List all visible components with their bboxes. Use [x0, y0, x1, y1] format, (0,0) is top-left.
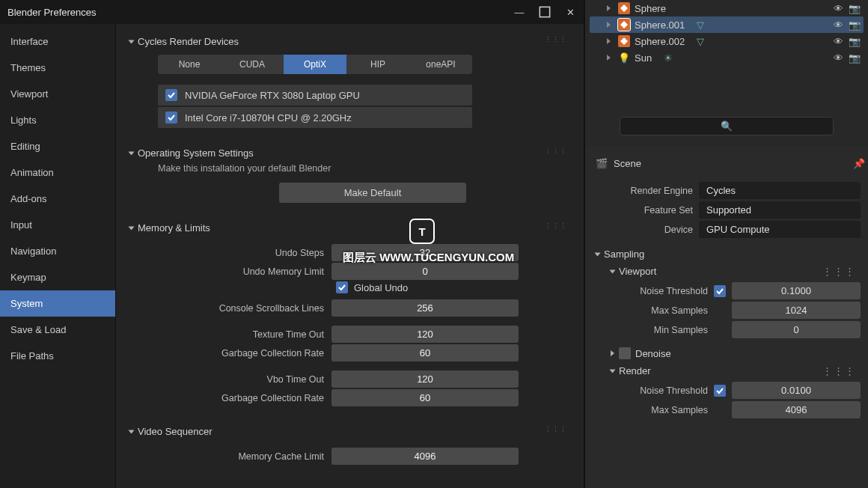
sidebar-tab-addons[interactable]: Add-ons: [0, 186, 115, 212]
chevron-down-icon: [129, 151, 135, 155]
drag-icon[interactable]: ⋮⋮⋮: [545, 36, 567, 43]
checkbox-icon[interactable]: [336, 281, 348, 293]
prefs-sidebar: Interface Themes Viewport Lights Editing…: [0, 24, 116, 488]
mesh-data-icon[interactable]: ▽: [697, 36, 704, 47]
make-default-button[interactable]: Make Default: [279, 183, 466, 203]
minimize-icon[interactable]: —: [513, 6, 525, 18]
undo-mem-label: Undo Memory Limit: [152, 266, 324, 277]
viewport-header[interactable]: Viewport ⋮⋮⋮: [611, 263, 865, 280]
render-engine-select[interactable]: Cycles: [699, 182, 861, 199]
sidebar-tab-editing[interactable]: Editing: [0, 133, 115, 159]
sampling-header[interactable]: Sampling: [596, 245, 865, 263]
tab-optix[interactable]: OptiX: [284, 55, 346, 74]
vp-min-label: Min Samples: [611, 325, 708, 335]
sidebar-tab-keymap[interactable]: Keymap: [0, 264, 115, 290]
expand-icon[interactable]: [603, 19, 614, 30]
section-title: Operating System Settings: [138, 147, 254, 159]
undo-steps-label: Undo Steps: [152, 248, 324, 258]
drag-icon[interactable]: ⋮⋮⋮: [545, 426, 567, 433]
render-header[interactable]: Render ⋮⋮⋮: [611, 362, 865, 379]
sidebar-tab-system[interactable]: System: [0, 290, 115, 317]
search-input[interactable]: 🔍: [620, 117, 834, 135]
close-icon[interactable]: ✕: [564, 6, 576, 18]
render-engine-label: Render Engine: [596, 186, 693, 196]
render-icon[interactable]: 📷: [849, 35, 861, 47]
global-undo-row[interactable]: Global Undo: [336, 281, 570, 293]
device-label: NVIDIA GeForce RTX 3080 Laptop GPU: [185, 90, 360, 101]
chevron-down-icon: [129, 226, 135, 230]
tab-none[interactable]: None: [158, 55, 221, 74]
device-select[interactable]: GPU Compute: [699, 221, 861, 238]
render-icon[interactable]: 📷: [849, 52, 861, 64]
feature-set-select[interactable]: Supported: [699, 201, 861, 219]
sidebar-tab-animation[interactable]: Animation: [0, 159, 115, 186]
undo-mem-field[interactable]: 0: [331, 263, 519, 280]
sidebar-tab-filepaths[interactable]: File Paths: [0, 343, 115, 369]
render-icon[interactable]: 📷: [849, 19, 861, 31]
sidebar-tab-themes[interactable]: Themes: [0, 55, 115, 81]
sidebar-tab-lights[interactable]: Lights: [0, 107, 115, 133]
checkbox-icon[interactable]: [165, 89, 177, 101]
undo-steps-field[interactable]: 32: [331, 244, 519, 261]
sidebar-tab-saveload[interactable]: Save & Load: [0, 317, 115, 343]
outliner-row-sphere002[interactable]: Sphere.002 ▽ 👁 📷: [590, 33, 864, 49]
section-memory: Memory & Limits ⋮⋮⋮ Undo Steps32 Undo Me…: [129, 219, 570, 406]
outliner-row-sun[interactable]: 💡 Sun ☀ 👁 📷: [590, 49, 864, 66]
section-video: Video Sequencer ⋮⋮⋮ Memory Cache Limit40…: [129, 423, 570, 465]
pin-icon[interactable]: 📌: [853, 158, 865, 169]
vbo-field[interactable]: 120: [331, 370, 519, 388]
section-header-video[interactable]: Video Sequencer ⋮⋮⋮: [129, 423, 570, 440]
section-os: Operating System Settings ⋮⋮⋮ Make this …: [129, 144, 570, 203]
expand-icon[interactable]: [603, 3, 614, 13]
tex-timeout-field[interactable]: 120: [331, 326, 519, 343]
denoise-header[interactable]: Denoise: [611, 344, 865, 362]
rd-noise-checkbox[interactable]: [714, 385, 726, 397]
visibility-icon[interactable]: 👁: [832, 19, 844, 31]
drag-icon[interactable]: ⋮⋮⋮: [545, 222, 567, 230]
denoise-checkbox[interactable]: [619, 347, 631, 359]
tab-cuda[interactable]: CUDA: [221, 55, 284, 74]
section-header-cycles[interactable]: Cycles Render Devices ⋮⋮⋮: [129, 33, 570, 50]
tab-oneapi[interactable]: oneAPI: [409, 55, 472, 74]
render-icon[interactable]: 📷: [849, 2, 861, 14]
outliner-row-sphere[interactable]: Sphere 👁 📷: [590, 0, 864, 16]
memcache-field[interactable]: 4096: [331, 448, 519, 465]
sidebar-tab-interface[interactable]: Interface: [0, 28, 115, 55]
expand-icon[interactable]: [603, 52, 614, 63]
rd-max-label: Max Samples: [611, 405, 708, 415]
checkbox-icon[interactable]: [165, 112, 177, 123]
object-name: Sun: [635, 52, 652, 64]
section-header-os[interactable]: Operating System Settings ⋮⋮⋮: [129, 144, 570, 162]
gc2-field[interactable]: 60: [331, 389, 519, 406]
sidebar-tab-navigation[interactable]: Navigation: [0, 238, 115, 264]
visibility-icon[interactable]: 👁: [832, 52, 844, 64]
light-data-icon[interactable]: ☀: [664, 52, 673, 64]
preferences-window: Blender Preferences — ✕ Interface Themes…: [0, 0, 584, 488]
visibility-icon[interactable]: 👁: [832, 2, 844, 14]
drag-icon[interactable]: ⋮⋮⋮: [545, 147, 567, 155]
rd-noise-field[interactable]: 0.0100: [732, 382, 861, 399]
vp-noise-field[interactable]: 0.1000: [732, 282, 861, 299]
gc1-field[interactable]: 60: [331, 344, 519, 362]
light-icon: 💡: [618, 52, 630, 64]
section-header-memory[interactable]: Memory & Limits ⋮⋮⋮: [129, 219, 570, 237]
vp-min-field[interactable]: 0: [732, 321, 861, 338]
search-icon: 🔍: [721, 121, 733, 132]
mesh-data-icon[interactable]: ▽: [697, 19, 704, 31]
vp-noise-checkbox[interactable]: [714, 285, 726, 297]
visibility-icon[interactable]: 👁: [832, 35, 844, 47]
sidebar-tab-viewport[interactable]: Viewport: [0, 81, 115, 107]
menu-icon[interactable]: ⋮⋮⋮: [822, 365, 856, 376]
tab-hip[interactable]: HIP: [346, 55, 409, 74]
vp-max-field[interactable]: 1024: [732, 302, 861, 319]
chevron-down-icon: [129, 40, 135, 43]
device-gpu-row[interactable]: NVIDIA GeForce RTX 3080 Laptop GPU: [158, 85, 472, 106]
device-cpu-row[interactable]: Intel Core i7-10870H CPU @ 2.20GHz: [158, 107, 472, 128]
menu-icon[interactable]: ⋮⋮⋮: [822, 266, 856, 277]
maximize-icon[interactable]: [539, 6, 551, 18]
expand-icon[interactable]: [603, 36, 614, 46]
sidebar-tab-input[interactable]: Input: [0, 212, 115, 238]
rd-max-field[interactable]: 4096: [732, 401, 861, 418]
outliner-row-sphere001[interactable]: Sphere.001 ▽ 👁 📷: [590, 16, 864, 33]
console-field[interactable]: 256: [331, 299, 519, 317]
